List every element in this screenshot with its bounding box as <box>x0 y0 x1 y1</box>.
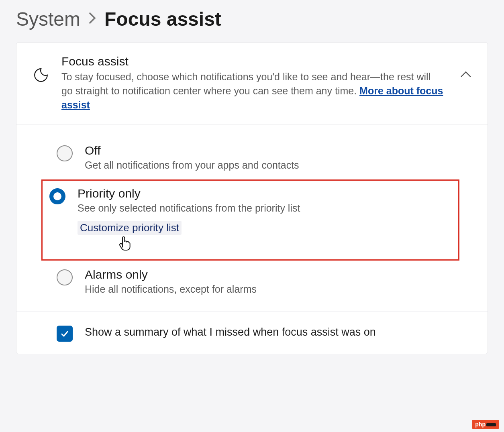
radio-button-alarms[interactable] <box>57 269 73 285</box>
breadcrumb: System Focus assist <box>16 8 488 30</box>
customize-priority-list-link[interactable]: Customize priority list <box>78 221 182 235</box>
header-text: Focus assist To stay focused, choose whi… <box>61 55 444 112</box>
option-off-title: Off <box>85 144 463 157</box>
breadcrumb-parent[interactable]: System <box>16 8 80 30</box>
option-priority-title: Priority only <box>78 187 451 200</box>
section-description: To stay focused, choose which notificati… <box>61 70 444 112</box>
radio-option-alarms[interactable]: Alarms only Hide all notifications, exce… <box>49 261 471 304</box>
radio-button-off[interactable] <box>57 145 73 161</box>
moon-icon <box>33 67 49 85</box>
chevron-up-icon[interactable] <box>460 71 471 79</box>
radio-button-priority[interactable] <box>49 188 65 204</box>
watermark-badge: php <box>472 420 499 429</box>
option-alarms-desc: Hide all notifications, except for alarm… <box>85 282 463 296</box>
section-title: Focus assist <box>61 55 444 68</box>
summary-checkbox[interactable] <box>57 326 73 342</box>
focus-assist-header[interactable]: Focus assist To stay focused, choose whi… <box>16 43 488 124</box>
cursor-pointer-icon <box>118 236 451 253</box>
chevron-right-icon <box>88 11 96 28</box>
breadcrumb-current: Focus assist <box>104 8 221 30</box>
check-icon <box>60 329 69 338</box>
summary-checkbox-row[interactable]: Show a summary of what I missed when foc… <box>16 312 488 354</box>
focus-assist-options: Off Get all notifications from your apps… <box>16 124 488 312</box>
radio-option-off[interactable]: Off Get all notifications from your apps… <box>49 137 471 179</box>
summary-checkbox-label: Show a summary of what I missed when foc… <box>85 324 376 340</box>
settings-card: Focus assist To stay focused, choose whi… <box>16 42 488 354</box>
radio-option-priority[interactable]: Priority only See only selected notifica… <box>41 179 459 261</box>
option-off-desc: Get all notifications from your apps and… <box>85 158 463 172</box>
option-alarms-title: Alarms only <box>85 268 463 281</box>
option-priority-desc: See only selected notifications from the… <box>78 201 451 215</box>
